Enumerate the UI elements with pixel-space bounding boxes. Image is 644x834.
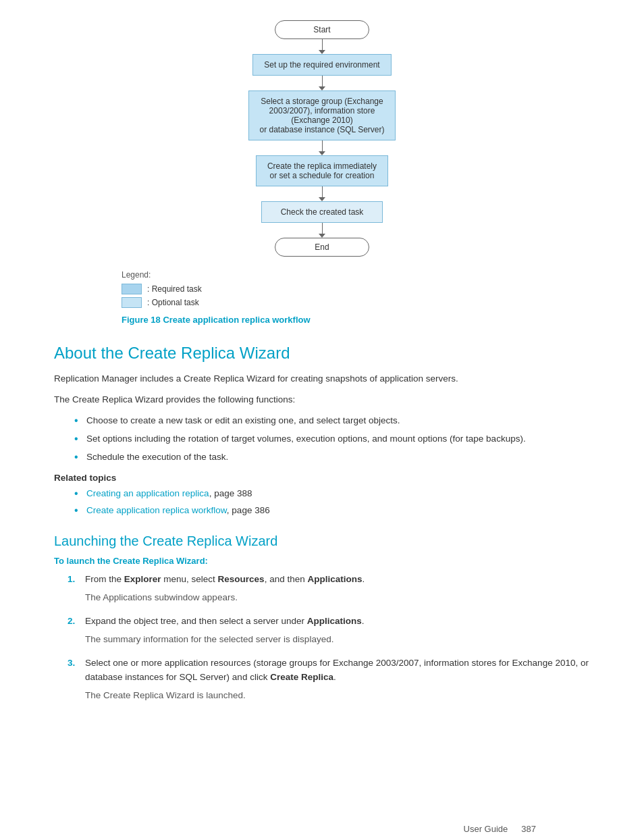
link-workflow[interactable]: Create application replica workflow	[86, 505, 227, 515]
bullet-item: Schedule the execution of the task.	[74, 450, 590, 465]
procedure-heading: To launch the Create Replica Wizard:	[54, 556, 590, 566]
link-item: Create application replica workflow, pag…	[74, 504, 590, 518]
footer-page: 387	[521, 824, 536, 834]
link-suffix-1: , page 388	[209, 488, 252, 498]
footer: User Guide 387	[464, 824, 536, 834]
legend-section: Legend: : Required task : Optional task	[122, 270, 590, 308]
page-wrapper: Start Set up the required environment Se…	[54, 20, 590, 834]
flow-node-end: End	[275, 238, 369, 257]
legend-label-required: : Required task	[147, 284, 202, 294]
step-main-1: From the Explorer menu, select Resources…	[85, 574, 365, 584]
bold-applications-2: Applications	[307, 616, 362, 626]
flow-node-setup: Set up the required environment	[252, 54, 391, 76]
bold-create-replica: Create Replica	[270, 672, 333, 682]
flow-connector	[322, 186, 323, 197]
footer-label: User Guide	[464, 824, 508, 834]
flow-connector	[322, 39, 323, 50]
step-content-1: From the Explorer menu, select Resources…	[85, 573, 590, 605]
bullet-item: Set options including the rotation of ta…	[74, 432, 590, 446]
related-topics-heading: Related topics	[54, 473, 590, 483]
legend-box-required	[122, 284, 142, 294]
numbered-steps: 1. From the Explorer menu, select Resour…	[68, 573, 590, 702]
step-sub-3: The Create Replica Wizard is launched.	[85, 689, 590, 703]
step-main-3: Select one or more application resources…	[85, 658, 589, 682]
legend-item-required: : Required task	[122, 284, 590, 294]
related-links: Creating an application replica, page 38…	[74, 487, 590, 518]
legend-label-optional: : Optional task	[147, 298, 199, 307]
bold-applications: Applications	[307, 574, 362, 584]
flow-node-start: Start	[275, 20, 369, 39]
bold-explorer: Explorer	[124, 574, 161, 584]
flowchart: Start Set up the required environment Se…	[54, 20, 590, 257]
flow-connector	[322, 223, 323, 234]
link-suffix-2: , page 386	[227, 505, 270, 515]
step-sub-1: The Applications subwindow appears.	[85, 591, 590, 605]
step-number-3: 3.	[68, 656, 85, 703]
flow-node-check: Check the created task	[261, 201, 383, 223]
step-content-2: Expand the object tree, and then select …	[85, 615, 590, 647]
flow-node-select: Select a storage group (Exchange2003/200…	[248, 90, 396, 140]
legend-item-optional: : Optional task	[122, 297, 590, 308]
step-3: 3. Select one or more application resour…	[68, 656, 590, 703]
flow-connector	[322, 140, 323, 151]
legend-box-optional	[122, 297, 142, 308]
step-1: 1. From the Explorer menu, select Resour…	[68, 573, 590, 605]
bold-resources: Resources	[218, 574, 265, 584]
flow-connector	[322, 76, 323, 86]
step-number-2: 2.	[68, 615, 85, 647]
flow-node-create: Create the replica immediatelyor set a s…	[256, 155, 388, 186]
figure-caption: Figure 18 Create application replica wor…	[122, 315, 590, 325]
legend-title: Legend:	[122, 270, 590, 280]
step-content-3: Select one or more application resources…	[85, 656, 590, 703]
section1-para1: Replication Manager includes a Create Re…	[54, 372, 590, 386]
section2-heading: Launching the Create Replica Wizard	[54, 533, 590, 549]
step-sub-2: The summary information for the selected…	[85, 633, 590, 647]
link-creating[interactable]: Creating an application replica	[86, 488, 209, 498]
link-item: Creating an application replica, page 38…	[74, 487, 590, 501]
section1-heading: About the Create Replica Wizard	[54, 344, 590, 363]
section1-para2: The Create Replica Wizard provides the f…	[54, 393, 590, 407]
bullet-item: Choose to create a new task or edit an e…	[74, 414, 590, 428]
step-number-1: 1.	[68, 573, 85, 605]
section1-bullets: Choose to create a new task or edit an e…	[74, 414, 590, 465]
step-2: 2. Expand the object tree, and then sele…	[68, 615, 590, 647]
step-main-2: Expand the object tree, and then select …	[85, 616, 365, 626]
